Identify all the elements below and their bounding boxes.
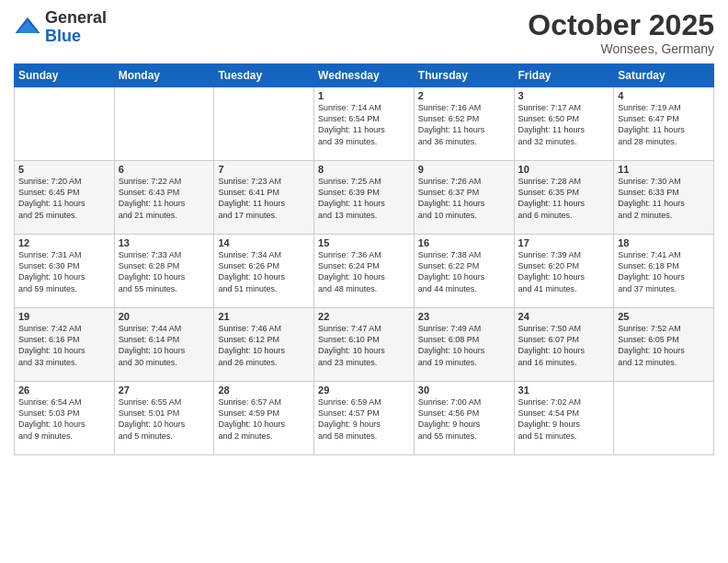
day-number: 10 [518, 164, 610, 175]
calendar-week-2: 5Sunrise: 7:20 AM Sunset: 6:45 PM Daylig… [15, 161, 714, 235]
day-info: Sunrise: 7:52 AM Sunset: 6:05 PM Dayligh… [618, 323, 710, 368]
day-info: Sunrise: 7:26 AM Sunset: 6:37 PM Dayligh… [418, 176, 510, 221]
day-info: Sunrise: 6:57 AM Sunset: 4:59 PM Dayligh… [218, 396, 310, 442]
title-block: October 2025 Wonsees, Germany [528, 9, 714, 56]
calendar-cell-2-4: 16Sunrise: 7:38 AM Sunset: 6:22 PM Dayli… [414, 235, 514, 308]
day-number: 21 [218, 311, 310, 322]
calendar-cell-4-3: 29Sunrise: 6:59 AM Sunset: 4:57 PM Dayli… [314, 382, 415, 455]
calendar-cell-0-2 [214, 87, 314, 161]
day-number: 17 [518, 237, 610, 248]
day-info: Sunrise: 7:44 AM Sunset: 6:14 PM Dayligh… [119, 323, 210, 368]
location: Wonsees, Germany [528, 41, 714, 56]
calendar-cell-2-5: 17Sunrise: 7:39 AM Sunset: 6:20 PM Dayli… [514, 235, 614, 308]
day-number: 12 [18, 237, 110, 248]
calendar-cell-0-3: 1Sunrise: 7:14 AM Sunset: 6:54 PM Daylig… [314, 87, 415, 161]
day-info: Sunrise: 7:34 AM Sunset: 6:26 PM Dayligh… [218, 249, 310, 294]
day-number: 7 [218, 164, 310, 175]
day-info: Sunrise: 7:20 AM Sunset: 6:45 PM Dayligh… [18, 176, 110, 221]
day-number: 29 [318, 385, 410, 396]
calendar-week-4: 19Sunrise: 7:42 AM Sunset: 6:16 PM Dayli… [15, 308, 714, 382]
calendar-cell-3-2: 21Sunrise: 7:46 AM Sunset: 6:12 PM Dayli… [214, 308, 314, 382]
calendar-cell-4-6 [614, 382, 714, 455]
day-number: 14 [218, 237, 310, 248]
calendar-cell-1-6: 11Sunrise: 7:30 AM Sunset: 6:33 PM Dayli… [614, 161, 714, 235]
day-info: Sunrise: 7:42 AM Sunset: 6:16 PM Dayligh… [18, 323, 110, 368]
calendar-cell-4-5: 31Sunrise: 7:02 AM Sunset: 4:54 PM Dayli… [514, 382, 614, 455]
day-number: 8 [318, 164, 410, 175]
calendar-cell-3-0: 19Sunrise: 7:42 AM Sunset: 6:16 PM Dayli… [15, 308, 115, 382]
calendar-cell-4-2: 28Sunrise: 6:57 AM Sunset: 4:59 PM Dayli… [214, 382, 314, 455]
col-saturday: Saturday [614, 64, 714, 87]
calendar-cell-1-4: 9Sunrise: 7:26 AM Sunset: 6:37 PM Daylig… [414, 161, 514, 235]
col-thursday: Thursday [414, 64, 514, 87]
day-number: 6 [119, 164, 210, 175]
col-sunday: Sunday [15, 64, 115, 87]
logo-text: General Blue [45, 9, 107, 46]
calendar-cell-3-4: 23Sunrise: 7:49 AM Sunset: 6:08 PM Dayli… [414, 308, 514, 382]
day-info: Sunrise: 7:16 AM Sunset: 6:52 PM Dayligh… [418, 102, 510, 147]
col-friday: Friday [514, 64, 614, 87]
logo-general: General [45, 8, 107, 27]
calendar-week-1: 1Sunrise: 7:14 AM Sunset: 6:54 PM Daylig… [15, 87, 714, 161]
day-info: Sunrise: 6:54 AM Sunset: 5:03 PM Dayligh… [18, 396, 110, 442]
col-wednesday: Wednesday [314, 64, 415, 87]
logo: General Blue [14, 9, 107, 46]
day-info: Sunrise: 7:30 AM Sunset: 6:33 PM Dayligh… [618, 176, 710, 221]
day-number: 3 [518, 90, 610, 101]
day-info: Sunrise: 7:25 AM Sunset: 6:39 PM Dayligh… [318, 176, 410, 221]
day-info: Sunrise: 7:46 AM Sunset: 6:12 PM Dayligh… [218, 323, 310, 368]
day-number: 26 [18, 385, 110, 396]
calendar-cell-2-3: 15Sunrise: 7:36 AM Sunset: 6:24 PM Dayli… [314, 235, 415, 308]
calendar-week-5: 26Sunrise: 6:54 AM Sunset: 5:03 PM Dayli… [15, 382, 714, 455]
day-number: 23 [418, 311, 510, 322]
day-number: 11 [618, 164, 710, 175]
day-number: 22 [318, 311, 410, 322]
day-number: 25 [618, 311, 710, 322]
day-number: 16 [418, 237, 510, 248]
day-info: Sunrise: 7:31 AM Sunset: 6:30 PM Dayligh… [18, 249, 110, 294]
day-info: Sunrise: 6:59 AM Sunset: 4:57 PM Dayligh… [318, 396, 410, 442]
day-number: 18 [618, 237, 710, 248]
month-title: October 2025 [528, 9, 714, 41]
day-number: 15 [318, 237, 410, 248]
day-info: Sunrise: 7:50 AM Sunset: 6:07 PM Dayligh… [518, 323, 610, 368]
calendar-cell-4-0: 26Sunrise: 6:54 AM Sunset: 5:03 PM Dayli… [15, 382, 115, 455]
calendar-cell-3-1: 20Sunrise: 7:44 AM Sunset: 6:14 PM Dayli… [114, 308, 214, 382]
header: General Blue October 2025 Wonsees, Germa… [14, 9, 714, 56]
day-info: Sunrise: 7:41 AM Sunset: 6:18 PM Dayligh… [618, 249, 710, 294]
day-info: Sunrise: 7:38 AM Sunset: 6:22 PM Dayligh… [418, 249, 510, 294]
calendar-cell-0-4: 2Sunrise: 7:16 AM Sunset: 6:52 PM Daylig… [414, 87, 514, 161]
logo-blue: Blue [45, 27, 81, 45]
calendar-cell-1-1: 6Sunrise: 7:22 AM Sunset: 6:43 PM Daylig… [114, 161, 214, 235]
day-number: 20 [119, 311, 210, 322]
day-number: 19 [18, 311, 110, 322]
day-info: Sunrise: 7:36 AM Sunset: 6:24 PM Dayligh… [318, 249, 410, 294]
calendar: Sunday Monday Tuesday Wednesday Thursday… [14, 63, 714, 455]
calendar-cell-0-0 [15, 87, 115, 161]
calendar-cell-2-0: 12Sunrise: 7:31 AM Sunset: 6:30 PM Dayli… [15, 235, 115, 308]
day-info: Sunrise: 7:28 AM Sunset: 6:35 PM Dayligh… [518, 176, 610, 221]
day-number: 9 [418, 164, 510, 175]
day-info: Sunrise: 7:33 AM Sunset: 6:28 PM Dayligh… [119, 249, 210, 294]
day-number: 30 [418, 385, 510, 396]
day-info: Sunrise: 7:23 AM Sunset: 6:41 PM Dayligh… [218, 176, 310, 221]
day-info: Sunrise: 7:39 AM Sunset: 6:20 PM Dayligh… [518, 249, 610, 294]
calendar-cell-0-5: 3Sunrise: 7:17 AM Sunset: 6:50 PM Daylig… [514, 87, 614, 161]
day-info: Sunrise: 7:17 AM Sunset: 6:50 PM Dayligh… [518, 102, 610, 147]
calendar-cell-0-1 [114, 87, 214, 161]
day-number: 28 [218, 385, 310, 396]
calendar-cell-4-1: 27Sunrise: 6:55 AM Sunset: 5:01 PM Dayli… [114, 382, 214, 455]
calendar-cell-0-6: 4Sunrise: 7:19 AM Sunset: 6:47 PM Daylig… [614, 87, 714, 161]
calendar-cell-3-5: 24Sunrise: 7:50 AM Sunset: 6:07 PM Dayli… [514, 308, 614, 382]
day-number: 27 [119, 385, 210, 396]
day-info: Sunrise: 7:22 AM Sunset: 6:43 PM Dayligh… [119, 176, 210, 221]
day-number: 5 [18, 164, 110, 175]
calendar-cell-2-1: 13Sunrise: 7:33 AM Sunset: 6:28 PM Dayli… [114, 235, 214, 308]
col-monday: Monday [114, 64, 214, 87]
calendar-cell-1-0: 5Sunrise: 7:20 AM Sunset: 6:45 PM Daylig… [15, 161, 115, 235]
calendar-cell-3-3: 22Sunrise: 7:47 AM Sunset: 6:10 PM Dayli… [314, 308, 415, 382]
day-info: Sunrise: 7:47 AM Sunset: 6:10 PM Dayligh… [318, 323, 410, 368]
day-number: 2 [418, 90, 510, 101]
calendar-cell-1-3: 8Sunrise: 7:25 AM Sunset: 6:39 PM Daylig… [314, 161, 415, 235]
day-info: Sunrise: 7:49 AM Sunset: 6:08 PM Dayligh… [418, 323, 510, 368]
